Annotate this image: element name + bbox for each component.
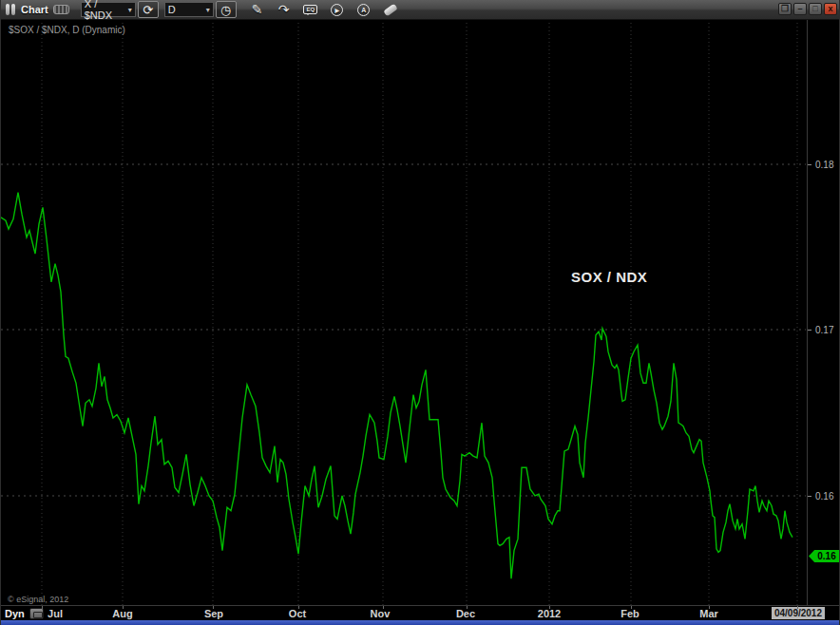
time-tick (123, 606, 124, 609)
price-tick (808, 496, 811, 497)
chart-annotation: SOX / NDX (571, 269, 647, 285)
close-button[interactable]: x (824, 3, 837, 15)
chart-window: Chart X / $NDX ▾ ⟳ D ▾ ◷ ✎ ↷ EQ ▶ A (0, 0, 840, 625)
time-tick-label: Mar (699, 608, 718, 619)
a-circle-icon: A (357, 4, 370, 16)
pencil-icon: ✎ (252, 2, 263, 17)
redo-tool-button[interactable]: ↷ (273, 1, 296, 18)
window-bottom-accent (1, 620, 840, 625)
maximize-button[interactable]: □ (809, 3, 822, 15)
title-toolbar: Chart X / $NDX ▾ ⟳ D ▾ ◷ ✎ ↷ EQ ▶ A (1, 0, 840, 20)
refresh-icon: ⟳ (143, 3, 153, 17)
time-tick (383, 606, 384, 609)
time-tick-label: Dec (456, 608, 475, 619)
time-tick (298, 606, 299, 609)
symbol-input[interactable]: X / $NDX ▾ (81, 2, 136, 17)
time-tick (213, 606, 214, 609)
instrument-label: $SOX / $NDX, D (Dynamic) (9, 25, 125, 35)
curved-arrow-icon: ↷ (278, 2, 290, 17)
eraser-icon (383, 3, 397, 16)
dyn-mode-label: Dyn (5, 608, 25, 619)
speech-bubble-icon: EQ (303, 5, 317, 14)
symbol-link-badge[interactable] (53, 5, 69, 14)
time-tick-label: Aug (112, 608, 132, 619)
price-tick (808, 330, 811, 331)
chevron-down-icon[interactable]: ▾ (202, 6, 210, 14)
play-button[interactable]: ▶ (326, 1, 349, 18)
time-tick (797, 606, 798, 609)
time-tick (549, 606, 550, 609)
time-tick-label: Sep (204, 608, 223, 619)
minimize-button[interactable]: – (793, 3, 807, 15)
time-axis[interactable]: Dyn 04/09/2012 JulAugSepOctNovDec2012Feb… (1, 605, 840, 620)
time-tick-label: Nov (371, 608, 391, 619)
chevron-down-icon[interactable]: ▾ (124, 6, 132, 14)
time-tick-label: 2012 (538, 608, 561, 619)
copyright-label: © eSignal, 2012 (8, 595, 68, 604)
time-template-badge[interactable] (29, 608, 44, 619)
time-interval-button[interactable]: ◷ (216, 1, 237, 18)
symbol-value: X / $NDX (85, 0, 124, 21)
interval-value: D (168, 4, 176, 15)
time-tick-label: Jul (48, 608, 63, 619)
time-tick (631, 606, 632, 609)
last-price-tag: 0.16 (809, 550, 840, 562)
time-tick-label: Oct (289, 608, 306, 619)
time-tick (709, 606, 710, 609)
app-window-icon (6, 4, 15, 15)
auto-button[interactable]: A (353, 1, 375, 18)
popout-button[interactable]: ❐ (778, 3, 792, 15)
time-tick (467, 606, 468, 609)
price-tick (808, 164, 811, 165)
window-controls: ❐ – □ x (778, 3, 837, 15)
price-tick-label: 0.16 (815, 491, 833, 502)
price-tick-label: 0.18 (815, 160, 833, 170)
time-tick-label: Feb (620, 608, 640, 619)
clock-icon: ◷ (220, 3, 231, 17)
price-tick-label: 0.17 (815, 325, 833, 335)
interval-input[interactable]: D ▾ (164, 2, 214, 17)
price-line-series (1, 193, 792, 579)
window-title: Chart (21, 4, 48, 15)
draw-tool-button[interactable]: ✎ (246, 1, 269, 18)
price-axis[interactable]: 0.16 0.180.170.16 (807, 20, 840, 605)
erase-drawings-button[interactable] (379, 1, 402, 18)
play-icon: ▶ (331, 4, 343, 16)
time-tick (42, 606, 43, 609)
symbol-go-button[interactable]: ⟳ (138, 1, 159, 18)
quote-note-button[interactable]: EQ (299, 1, 322, 18)
price-chart[interactable] (1, 0, 840, 625)
